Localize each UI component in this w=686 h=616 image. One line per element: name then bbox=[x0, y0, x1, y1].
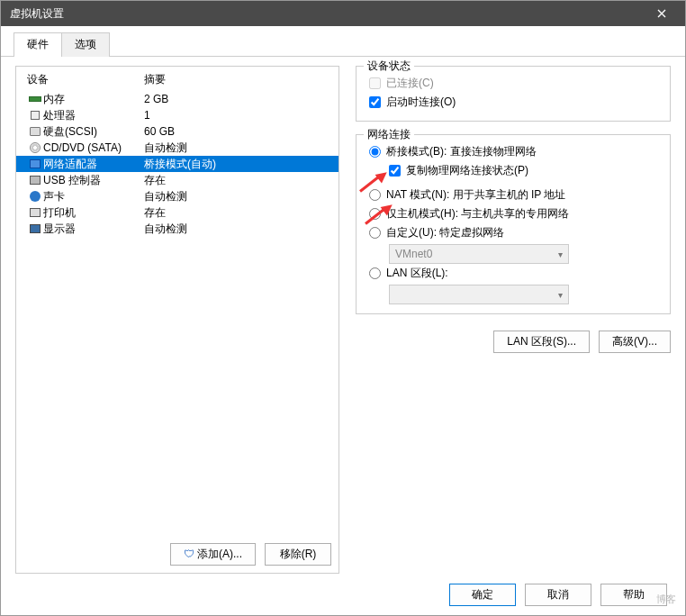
hardware-list-header: 设备 摘要 bbox=[16, 67, 338, 91]
device-status-legend: 设备状态 bbox=[364, 59, 414, 74]
close-icon bbox=[657, 9, 666, 18]
connected-checkbox bbox=[369, 77, 381, 89]
header-device: 设备 bbox=[27, 72, 144, 87]
hw-summary-label: 1 bbox=[144, 108, 331, 123]
help-button[interactable]: 帮助 bbox=[600, 584, 667, 606]
hw-summary-label: 2 GB bbox=[144, 92, 331, 107]
hardware-list-pane: 设备 摘要 内存 2 GB 处理器 1 硬盘(SCSI) 60 GB bbox=[15, 66, 339, 574]
replicate-checkbox[interactable] bbox=[389, 165, 401, 177]
shield-icon: 🛡 bbox=[184, 548, 194, 560]
header-summary: 摘要 bbox=[144, 72, 166, 87]
hw-summary-label: 自动检测 bbox=[144, 222, 331, 237]
device-status-group: 设备状态 已连接(C) 启动时连接(O) bbox=[356, 66, 671, 122]
hw-summary-label: 自动检测 bbox=[144, 189, 331, 204]
connect-poweron-label: 启动时连接(O) bbox=[386, 95, 456, 110]
hw-row-usb[interactable]: USB 控制器 存在 bbox=[16, 172, 338, 188]
hw-device-label: 显示器 bbox=[43, 222, 144, 237]
lan-segment-select: ▾ bbox=[389, 285, 569, 304]
nat-label: NAT 模式(N): 用于共享主机的 IP 地址 bbox=[386, 187, 565, 203]
custom-row[interactable]: 自定义(U): 特定虚拟网络 bbox=[369, 223, 661, 242]
nat-radio[interactable] bbox=[369, 189, 381, 201]
lan-segment-row[interactable]: LAN 区段(L): bbox=[369, 264, 661, 283]
hw-summary-label: 存在 bbox=[144, 205, 331, 221]
sound-icon bbox=[27, 191, 43, 202]
network-extra-buttons: LAN 区段(S)... 高级(V)... bbox=[356, 327, 671, 357]
chevron-down-icon: ▾ bbox=[558, 249, 563, 259]
hw-device-label: 声卡 bbox=[43, 189, 144, 204]
printer-icon bbox=[27, 208, 43, 217]
hw-row-hdd[interactable]: 硬盘(SCSI) 60 GB bbox=[16, 123, 338, 140]
hw-row-network[interactable]: 网络适配器 桥接模式(自动) bbox=[16, 156, 338, 172]
tab-strip: 硬件 选项 bbox=[1, 26, 685, 57]
chevron-down-icon: ▾ bbox=[558, 290, 563, 300]
hardware-buttons: 🛡添加(A)... 移除(R) bbox=[16, 536, 338, 573]
hostonly-row[interactable]: 仅主机模式(H): 与主机共享的专用网络 bbox=[369, 204, 661, 223]
custom-radio[interactable] bbox=[369, 227, 381, 239]
hw-device-label: CD/DVD (SATA) bbox=[43, 140, 144, 156]
hw-summary-label: 存在 bbox=[144, 173, 331, 188]
hw-row-sound[interactable]: 声卡 自动检测 bbox=[16, 188, 338, 204]
content-area: 设备 摘要 内存 2 GB 处理器 1 硬盘(SCSI) 60 GB bbox=[1, 57, 685, 583]
connect-poweron-row[interactable]: 启动时连接(O) bbox=[369, 93, 661, 112]
lan-segments-button[interactable]: LAN 区段(S)... bbox=[493, 331, 590, 353]
network-connection-legend: 网络连接 bbox=[364, 127, 414, 142]
hostonly-label: 仅主机模式(H): 与主机共享的专用网络 bbox=[386, 206, 569, 222]
hw-row-memory[interactable]: 内存 2 GB bbox=[16, 91, 338, 107]
hw-row-cpu[interactable]: 处理器 1 bbox=[16, 107, 338, 123]
replicate-label: 复制物理网络连接状态(P) bbox=[406, 163, 528, 178]
connected-label: 已连接(C) bbox=[386, 76, 434, 91]
hw-row-display[interactable]: 显示器 自动检测 bbox=[16, 221, 338, 237]
hw-device-label: USB 控制器 bbox=[43, 173, 144, 188]
bridged-label: 桥接模式(B): 直接连接物理网络 bbox=[386, 144, 537, 159]
cancel-button[interactable]: 取消 bbox=[525, 584, 591, 606]
hw-device-label: 硬盘(SCSI) bbox=[43, 124, 144, 140]
hdd-icon bbox=[27, 127, 43, 136]
tab-hardware[interactable]: 硬件 bbox=[14, 32, 62, 57]
add-hardware-button[interactable]: 🛡添加(A)... bbox=[170, 543, 256, 566]
hw-row-printer[interactable]: 打印机 存在 bbox=[16, 204, 338, 221]
memory-icon bbox=[27, 96, 43, 102]
display-icon bbox=[27, 224, 43, 233]
replicate-row[interactable]: 复制物理网络连接状态(P) bbox=[389, 161, 661, 180]
lan-segment-radio[interactable] bbox=[369, 267, 381, 279]
hw-device-label: 网络适配器 bbox=[43, 157, 144, 172]
network-connection-group: 网络连接 桥接模式(B): 直接连接物理网络 复制物理网络连接状态(P) NAT… bbox=[356, 134, 671, 314]
hardware-list[interactable]: 内存 2 GB 处理器 1 硬盘(SCSI) 60 GB CD/DVD (SAT… bbox=[16, 91, 338, 536]
advanced-button[interactable]: 高级(V)... bbox=[599, 331, 671, 353]
bridged-radio[interactable] bbox=[369, 146, 381, 158]
hostonly-radio[interactable] bbox=[369, 208, 381, 220]
usb-icon bbox=[27, 176, 43, 185]
hw-summary-label: 自动检测 bbox=[144, 140, 331, 156]
vm-settings-window: 虚拟机设置 硬件 选项 设备 摘要 内存 2 GB bbox=[0, 0, 686, 616]
ok-button[interactable]: 确定 bbox=[449, 584, 516, 606]
connect-poweron-checkbox[interactable] bbox=[369, 96, 381, 108]
hw-row-cd[interactable]: CD/DVD (SATA) 自动检测 bbox=[16, 140, 338, 156]
titlebar: 虚拟机设置 bbox=[1, 1, 685, 26]
connected-row: 已连接(C) bbox=[369, 74, 661, 93]
cpu-icon bbox=[27, 111, 43, 120]
custom-network-select: VMnet0 ▾ bbox=[389, 244, 569, 264]
hw-device-label: 处理器 bbox=[43, 108, 144, 123]
window-title: 虚拟机设置 bbox=[10, 1, 64, 26]
cd-icon bbox=[27, 142, 43, 153]
settings-detail-pane: 设备状态 已连接(C) 启动时连接(O) 网络连接 桥接模式(B): 直接连接物… bbox=[356, 66, 671, 574]
lan-segment-label: LAN 区段(L): bbox=[386, 266, 448, 281]
hw-device-label: 打印机 bbox=[43, 205, 144, 221]
custom-network-value: VMnet0 bbox=[395, 248, 432, 260]
tab-options[interactable]: 选项 bbox=[61, 32, 110, 57]
remove-hardware-button[interactable]: 移除(R) bbox=[265, 543, 331, 566]
hw-device-label: 内存 bbox=[43, 92, 144, 107]
hw-summary-label: 60 GB bbox=[144, 124, 331, 140]
bridged-row[interactable]: 桥接模式(B): 直接连接物理网络 bbox=[369, 142, 661, 161]
dialog-footer: 确定 取消 帮助 bbox=[449, 584, 667, 606]
custom-label: 自定义(U): 特定虚拟网络 bbox=[386, 225, 504, 240]
network-icon bbox=[27, 159, 43, 168]
hw-summary-label: 桥接模式(自动) bbox=[144, 157, 331, 172]
close-button[interactable] bbox=[647, 1, 676, 26]
nat-row[interactable]: NAT 模式(N): 用于共享主机的 IP 地址 bbox=[369, 186, 661, 204]
add-button-label: 添加(A)... bbox=[197, 548, 242, 560]
